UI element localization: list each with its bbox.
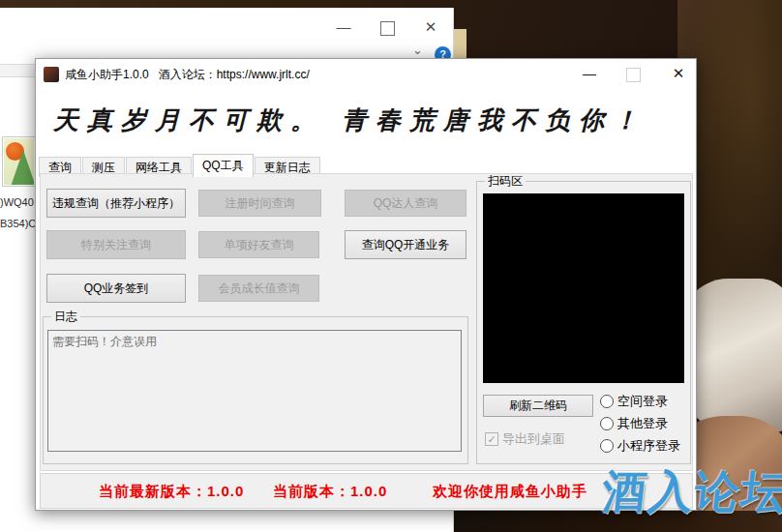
tab-page-qq-tools: 违规查询（推荐小程序） 注册时间查询 QQ达人查询 特别关注查询 单项好友查询 …	[40, 173, 693, 471]
log-groupbox: 日志 需要扫码！介意误用	[43, 316, 468, 464]
radio-miniprogram-login[interactable]: 小程序登录	[600, 438, 680, 454]
tab-qq-tools[interactable]: QQ工具	[193, 154, 254, 177]
radio-icon	[600, 395, 614, 408]
radio-other-login[interactable]: 其他登录	[600, 416, 668, 431]
current-version-text: 当前版本：1.0.0	[273, 474, 387, 508]
log-output[interactable]: 需要扫码！介意误用	[47, 330, 462, 452]
radio-icon	[600, 439, 614, 453]
qr-group-title: 扫码区	[485, 174, 526, 189]
register-time-query-button: 注册时间查询	[198, 190, 321, 217]
file-thumbnail[interactable]	[2, 136, 36, 187]
app-icon	[44, 67, 59, 82]
qq-service-query-button[interactable]: 查询QQ开通业务	[345, 230, 466, 259]
title-bar[interactable]: 咸鱼小助手1.0.0 酒入论坛：https://www.jrlt.cc/ — ✕	[36, 59, 696, 90]
refresh-qr-button[interactable]: 刷新二维码	[483, 395, 593, 417]
checkbox-check-icon: ✓	[485, 432, 498, 446]
radio-label: 空间登录	[617, 393, 668, 410]
app-window: 咸鱼小助手1.0.0 酒入论坛：https://www.jrlt.cc/ — ✕…	[35, 58, 697, 511]
radio-space-login[interactable]: 空间登录	[600, 394, 668, 409]
forum-watermark: 酒入论坛	[599, 462, 782, 522]
welcome-text: 欢迎你使用咸鱼小助手	[433, 474, 587, 508]
latest-version-text: 当前最新版本：1.0.0	[99, 474, 244, 508]
cone-icon	[11, 150, 34, 185]
oneway-friend-query-button: 单项好友查询	[198, 231, 319, 258]
radio-label: 其他登录	[617, 415, 668, 432]
qr-code-area	[483, 193, 684, 383]
minimize-button[interactable]: —	[576, 59, 603, 88]
calligraphy-banner: 天真岁月不可欺。 青春荒唐我不负你！	[53, 92, 682, 148]
close-button[interactable]: ✕	[665, 59, 692, 88]
maximize-button	[626, 68, 641, 82]
violation-query-button[interactable]: 违规查询（推荐小程序）	[46, 189, 186, 218]
window-title: 咸鱼小助手1.0.0 酒入论坛：https://www.jrlt.cc/	[65, 59, 310, 90]
member-growth-query-button: 会员成长值查询	[198, 275, 319, 302]
radio-icon	[600, 417, 614, 430]
special-care-query-button: 特别关注查询	[46, 230, 186, 259]
log-group-title: 日志	[51, 310, 80, 324]
qr-groupbox: 扫码区 刷新二维码 空间登录 其他登录 小程序登录 ✓ 导出到桌面	[476, 181, 691, 464]
export-to-desktop-checkbox: ✓ 导出到桌面	[485, 431, 565, 447]
status-bar: 当前最新版本：1.0.0 当前版本：1.0.0 欢迎你使用咸鱼小助手	[40, 473, 693, 509]
screen: — ✕ ⌄ ? )WQ40 B354)C 咸鱼小助手1.0.0 酒入论坛：htt…	[0, 0, 782, 532]
bg-close-button[interactable]: ✕	[418, 17, 443, 37]
radio-label: 小程序登录	[617, 437, 680, 455]
image-placeholder-icon	[4, 138, 34, 185]
qq-service-signin-button[interactable]: QQ业务签到	[46, 274, 186, 303]
checkbox-label: 导出到桌面	[502, 430, 565, 448]
bg-minimize-button[interactable]: —	[331, 17, 356, 37]
chevron-down-icon[interactable]: ⌄	[412, 43, 423, 57]
qq-talent-query-button: QQ达人查询	[345, 190, 466, 217]
bg-maximize-button[interactable]	[380, 21, 395, 36]
